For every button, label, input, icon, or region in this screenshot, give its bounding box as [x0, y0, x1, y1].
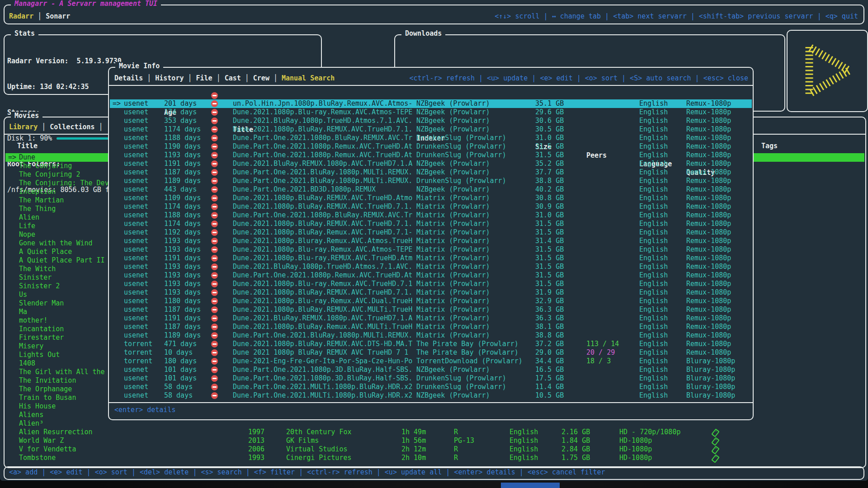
- search-result-row[interactable]: usenet1189 daysDune.Part.One.2021.BluRay…: [110, 177, 752, 185]
- result-title: Dune.2021.1080p.BluRay.REMUX.AVC.TrueHD.…: [233, 220, 414, 228]
- movie-title: Alien Resurrection: [19, 428, 93, 436]
- tag-icon: [711, 454, 720, 463]
- result-title: un.Pol.Hin.Jpn.1080p.BluRay.Remux.AVC.At…: [233, 99, 414, 108]
- movie-year: 1997: [248, 428, 264, 436]
- tag-icon: [711, 446, 720, 454]
- movie-list-item[interactable]: World War Z2013GK Films1h 56mPG-13Englis…: [5, 436, 864, 445]
- search-result-row[interactable]: usenet1190 daysDune.Part.One.2021.1080p.…: [110, 142, 752, 151]
- result-indexer: Miatrix (Prowlarr): [416, 254, 490, 263]
- result-age: 174 days: [164, 108, 197, 117]
- search-result-row[interactable]: usenet1189 daysDune.Part.One.2021.BluRay…: [110, 331, 752, 340]
- result-language: English: [639, 297, 668, 305]
- search-result-row[interactable]: usenet58 daysDune.Part.One.2021.MULTi.10…: [110, 383, 752, 391]
- search-result-row[interactable]: usenet1193 daysDune.Part.One.2021.1080p.…: [110, 151, 752, 160]
- result-source: usenet: [124, 177, 148, 185]
- movie-list-item[interactable]: V for Vendetta2006Virtual Studios2h 12mR…: [5, 445, 864, 454]
- result-quality: Remux-1080p: [686, 151, 731, 160]
- movie-studio: Cinergi Pictures: [286, 454, 352, 462]
- search-result-row[interactable]: usenet58 daysDune.Part.One.2021.MULTi.10…: [110, 391, 752, 400]
- result-source: usenet: [124, 142, 148, 151]
- result-source: usenet: [124, 237, 148, 245]
- search-result-row[interactable]: usenet1193 daysDune.2021.BluRay.1080p.Tr…: [110, 263, 752, 271]
- movie-list-item[interactable]: Tombstone1993Cinergi Pictures2h 10mREngl…: [5, 454, 864, 462]
- search-result-row[interactable]: usenet101 daysDune.Part.One.2021.1080p.3…: [110, 374, 752, 383]
- search-result-row[interactable]: usenet1192 daysDune.2021.1080p.BluRay.Re…: [110, 228, 752, 237]
- result-size: 31.4 GB: [535, 237, 564, 245]
- search-result-row[interactable]: usenet1188 daysDune.Part.One.2021.1080p.…: [110, 134, 752, 142]
- search-result-row[interactable]: usenet1187 daysDune.2021.1080p.BluRay.Re…: [110, 323, 752, 331]
- search-result-row[interactable]: torrent180 daysDune-2021-Eng-Fre-Ger-Ita…: [110, 357, 752, 366]
- tab-sonarr[interactable]: Sonarr: [46, 12, 70, 20]
- modal-tab-history[interactable]: History: [155, 74, 184, 82]
- search-result-row[interactable]: torrent471 daysDune.2021.1080p.BluRay.RE…: [110, 340, 752, 348]
- result-quality: Remux-1080p: [686, 297, 731, 305]
- result-quality: Remux-1080p: [686, 348, 731, 357]
- search-result-row[interactable]: usenet1174 daysDune.2021.1080p.BluRay.RE…: [110, 202, 752, 211]
- result-quality: Bluray-1080p: [686, 391, 735, 400]
- search-result-row[interactable]: usenet174 daysDune.2021.1080p.Blu-ray.Re…: [110, 108, 752, 117]
- tab-radarr[interactable]: Radarr: [9, 12, 33, 20]
- result-language: English: [639, 391, 668, 400]
- search-result-row[interactable]: usenet1187 daysDune.Part.One.2021.BluRay…: [110, 168, 752, 177]
- result-language: English: [639, 237, 668, 245]
- movie-list-item[interactable]: Alien Resurrection199720th Century Fox1h…: [5, 428, 864, 436]
- search-result-row[interactable]: usenet1193 daysDune.2021.1080p.BluRay.RE…: [110, 288, 752, 297]
- result-size: 32.9 GB: [535, 297, 564, 305]
- tab-collections[interactable]: Collections: [50, 123, 94, 131]
- modal-tab-file[interactable]: File: [196, 74, 212, 82]
- modal-tab-cast[interactable]: Cast: [225, 74, 241, 82]
- result-size: 31.5 GB: [535, 271, 564, 280]
- result-language: English: [639, 383, 668, 391]
- search-result-row[interactable]: usenet353 daysDune.2021.BluRay.1080p.Tru…: [110, 117, 752, 125]
- search-result-row[interactable]: usenet443 daysDune.Part.One.2021.BD3D.10…: [110, 185, 752, 194]
- search-result-row[interactable]: usenet1174 daysDune.2021.1080p.BluRay.RE…: [110, 125, 752, 134]
- bottom-keybinds: <a> add | <e> edit | <o> sort | <del> de…: [9, 468, 605, 476]
- taskbar-item[interactable]: [501, 483, 560, 488]
- search-result-row[interactable]: usenet1109 daysDune.2021.1080p.BluRay.RE…: [110, 194, 752, 202]
- search-result-row[interactable]: usenet1191 daysDune.2021.BluRay.REMUX.10…: [110, 160, 752, 168]
- result-quality: Bluray-1080p: [686, 366, 735, 374]
- result-source: usenet: [124, 374, 148, 383]
- search-result-row[interactable]: usenet1187 daysDune.2021.1080p.BluRay.RE…: [110, 305, 752, 314]
- bottom-keybind-bar: <a> add | <e> edit | <o> sort | <del> de…: [4, 466, 864, 480]
- search-result-row[interactable]: usenet1188 daysDune.Part.One.2021.1080p.…: [110, 211, 752, 220]
- modal-tab-details[interactable]: Details: [114, 74, 143, 82]
- search-result-row[interactable]: torrent10 daysDune 2021 1080p BluRay REM…: [110, 348, 752, 357]
- search-result-row[interactable]: usenet1193 daysDune.2021.1080p.Blu-ray.R…: [110, 280, 752, 288]
- result-age: 1191 days: [164, 314, 201, 323]
- search-result-row[interactable]: usenet101 daysDune.Part.One.2021.1080p.3…: [110, 366, 752, 374]
- search-result-row[interactable]: usenet1174 daysDune.2021.1080p.BluRay.RE…: [110, 220, 752, 228]
- result-title: Dune.Part.One.2021.1080p.Remux.AVC.TrueH…: [233, 142, 414, 151]
- result-language: English: [639, 348, 668, 357]
- result-source: usenet: [124, 125, 148, 134]
- tab-library[interactable]: Library: [9, 123, 38, 131]
- movie-runtime: 2h 10m: [401, 454, 426, 462]
- result-title: Dune.2021.1080p.Blu-ray.Remux.AVC.Atmos-…: [233, 108, 414, 117]
- movie-title: World War Z: [19, 436, 64, 445]
- no-entry-icon: [211, 298, 218, 305]
- tab-separator: │: [143, 74, 155, 82]
- search-result-row[interactable]: =>usenet201 daysun.Pol.Hin.Jpn.1080p.Blu…: [110, 99, 752, 108]
- result-title: Dune.2021.1080p.Blu-ray.Remux.AVC.TrueHD…: [233, 280, 414, 288]
- result-size: 17.5 GB: [535, 374, 564, 383]
- movie-title: Incantation: [19, 325, 64, 333]
- search-result-row[interactable]: usenet1191 daysDune.2021.1080p.Blu-ray.R…: [110, 254, 752, 263]
- result-age: 1187 days: [164, 323, 201, 331]
- tab-separator: │: [33, 12, 46, 20]
- no-entry-icon: [211, 341, 218, 347]
- search-result-row[interactable]: usenet1193 daysDune.2021.1080p.Blu-ray.R…: [110, 245, 752, 254]
- search-result-row[interactable]: usenet1180 daysDune.2021.1080p.Blu-ray.R…: [110, 297, 752, 305]
- result-language: English: [639, 254, 668, 263]
- no-entry-icon: [211, 135, 218, 141]
- modal-tab-manual-search[interactable]: Manual Search: [282, 74, 335, 82]
- search-result-row[interactable]: usenet1193 daysDune.Part.One.2021.1080p.…: [110, 271, 752, 280]
- result-size: 37.2 GB: [535, 340, 564, 348]
- search-result-row[interactable]: usenet1193 daysDune.2021.1080p.Bluray.Re…: [110, 237, 752, 245]
- movie-studio: GK Films: [286, 436, 319, 445]
- search-result-row[interactable]: usenet1191 daysDune.2021.BluRay.REMUX.10…: [110, 314, 752, 323]
- result-age: 1191 days: [164, 254, 201, 263]
- modal-tab-crew[interactable]: Crew: [253, 74, 269, 82]
- movie-list-item[interactable]: Alien³: [5, 419, 864, 428]
- result-source: usenet: [124, 99, 148, 108]
- result-size: 38.1 GB: [535, 323, 564, 331]
